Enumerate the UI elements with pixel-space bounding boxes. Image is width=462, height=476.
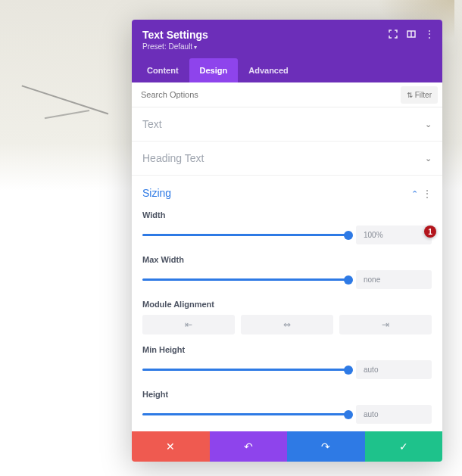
max-width-value[interactable]: none xyxy=(356,270,432,289)
slider-thumb[interactable] xyxy=(344,231,353,240)
width-slider[interactable] xyxy=(142,230,348,241)
save-button[interactable]: ✓ xyxy=(365,431,443,462)
more-icon[interactable]: ⋮ xyxy=(423,188,432,199)
height-slider[interactable] xyxy=(142,409,348,420)
settings-panel: Text Settings Preset: Default ▾ ⋮ Conten… xyxy=(132,20,442,462)
section-header-heading[interactable]: Heading Text ⌄ xyxy=(132,142,442,175)
section-heading-text: Heading Text ⌄ xyxy=(132,142,442,176)
close-icon: ✕ xyxy=(166,440,175,453)
responsive-icon[interactable] xyxy=(406,29,417,39)
chevron-down-icon: ⌄ xyxy=(425,154,432,163)
slider-thumb[interactable] xyxy=(344,275,353,285)
field-width: Width 100% 1 xyxy=(142,210,432,244)
section-text: Text ⌄ xyxy=(132,107,442,142)
section-header-text[interactable]: Text ⌄ xyxy=(132,107,442,141)
more-icon[interactable]: ⋮ xyxy=(424,29,435,39)
section-body-sizing: Width 100% 1 Max Width xyxy=(132,210,442,431)
undo-icon: ↶ xyxy=(244,440,253,453)
chevron-down-icon: ⌄ xyxy=(425,120,432,129)
align-left-icon: ⇤ xyxy=(185,319,192,330)
align-left-button[interactable]: ⇤ xyxy=(142,315,235,334)
section-sizing: Sizing ⌃⋮ Width 100% 1 xyxy=(132,176,442,431)
annotation-marker-1: 1 xyxy=(424,226,436,238)
field-min-height: Min Height auto xyxy=(142,345,432,379)
redo-button[interactable]: ↷ xyxy=(287,431,365,462)
tab-advanced[interactable]: Advanced xyxy=(238,58,299,82)
header-actions: ⋮ xyxy=(388,29,435,39)
section-header-sizing[interactable]: Sizing ⌃⋮ xyxy=(132,176,442,210)
tabs-row: Content Design Advanced xyxy=(132,58,442,82)
field-label: Height xyxy=(142,390,432,399)
field-height: Height auto xyxy=(142,390,432,424)
section-title: Heading Text xyxy=(142,152,204,164)
filter-button[interactable]: ⇅ Filter xyxy=(401,86,438,104)
field-label: Min Height xyxy=(142,345,432,354)
section-title: Sizing xyxy=(142,187,171,199)
panel-body[interactable]: Text ⌄ Heading Text ⌄ Sizing ⌃⋮ Width xyxy=(132,107,442,431)
min-height-value[interactable]: auto xyxy=(356,360,432,379)
slider-thumb[interactable] xyxy=(344,410,353,419)
decorative-branch xyxy=(13,85,108,142)
field-label: Module Alignment xyxy=(142,300,432,309)
tab-design[interactable]: Design xyxy=(189,58,239,82)
max-width-slider[interactable] xyxy=(142,275,348,285)
preset-label[interactable]: Preset: Default ▾ xyxy=(142,42,432,51)
tab-content[interactable]: Content xyxy=(136,58,189,82)
width-value[interactable]: 100% xyxy=(356,226,432,244)
undo-button[interactable]: ↶ xyxy=(210,431,288,462)
align-right-button[interactable]: ⇥ xyxy=(339,315,432,334)
slider-thumb[interactable] xyxy=(344,366,353,375)
filter-icon: ⇅ xyxy=(407,91,415,99)
align-center-button[interactable]: ⇔ xyxy=(241,315,333,334)
redo-icon: ↷ xyxy=(321,440,330,453)
field-module-alignment: Module Alignment ⇤ ⇔ ⇥ xyxy=(142,300,432,334)
height-value[interactable]: auto xyxy=(356,405,432,424)
section-title: Text xyxy=(142,118,162,130)
chevron-up-icon: ⌃ xyxy=(411,189,418,198)
align-right-icon: ⇥ xyxy=(382,319,389,330)
field-max-width: Max Width none xyxy=(142,255,432,289)
panel-footer: ✕ ↶ ↷ ✓ xyxy=(132,431,442,462)
align-center-icon: ⇔ xyxy=(283,319,291,330)
expand-icon[interactable] xyxy=(388,29,398,39)
search-input[interactable] xyxy=(132,82,396,107)
min-height-slider[interactable] xyxy=(142,365,348,375)
cancel-button[interactable]: ✕ xyxy=(132,431,210,462)
field-label: Max Width xyxy=(142,255,432,264)
search-row: ⇅ Filter xyxy=(132,82,442,107)
panel-header[interactable]: Text Settings Preset: Default ▾ ⋮ xyxy=(132,20,442,58)
field-label: Width xyxy=(142,210,432,219)
check-icon: ✓ xyxy=(399,440,408,453)
